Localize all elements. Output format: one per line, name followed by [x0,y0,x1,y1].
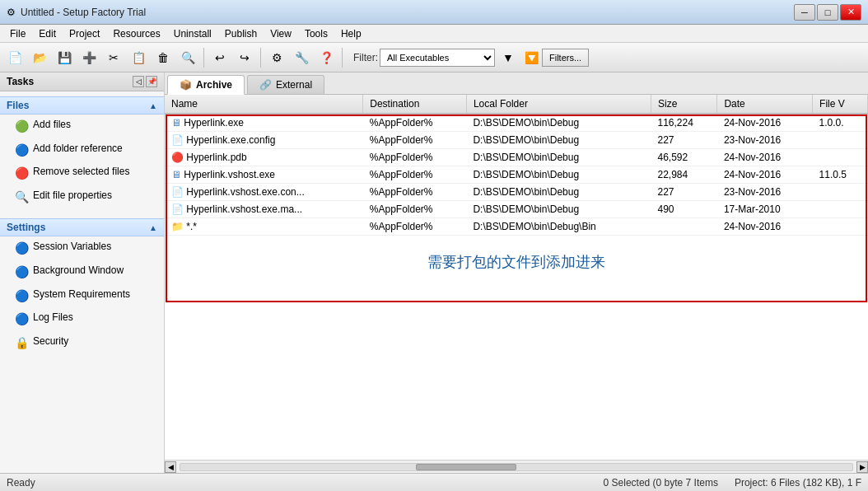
scroll-track[interactable] [180,463,853,471]
settings-section-label: Settings [7,222,45,233]
cut-button[interactable]: ✂ [102,46,125,69]
help-button[interactable]: ❓ [315,46,338,69]
col-size: Size [651,95,716,114]
filter-arrow-button[interactable]: ▼ [497,46,520,69]
close-button[interactable]: ✕ [840,4,861,21]
add-button[interactable]: ➕ [77,46,100,69]
sidebar-pin-btn[interactable]: 📌 [146,76,157,87]
sidebar-item-remove-files[interactable]: 🔴 Remove selected files [0,161,164,185]
session-vars-icon: 🔵 [15,241,29,257]
toolbar: 📄 📂 💾 ➕ ✂ 📋 🗑 🔍 ↩ ↪ ⚙ 🔧 ❓ Filter: All Ex… [0,43,868,72]
table-row[interactable]: 📄 Hyperlink.vshost.exe.con... %AppFolder… [165,184,868,201]
separator-1 [203,48,204,68]
menu-item-tools[interactable]: Tools [298,26,334,41]
cell-version: 1.0.0. [813,114,868,132]
menu-item-view[interactable]: View [264,26,298,41]
new-button[interactable]: 📄 [3,46,26,69]
scroll-right-button[interactable]: ▶ [856,461,868,473]
cell-destination: %AppFolder% [363,132,467,149]
filter-select[interactable]: All ExecutablesAll FilesCustom Filter [380,49,495,67]
tab-external[interactable]: 🔗 External [247,75,324,94]
table-row[interactable]: 📄 Hyperlink.exe.config %AppFolder% D:\BS… [165,132,868,149]
remove-files-label: Remove selected files [33,165,129,179]
add-files-label: Add files [33,118,71,132]
sidebar-item-add-folder[interactable]: 🔵 Add folder reference [0,138,164,162]
menu-item-file[interactable]: File [3,26,32,41]
cell-date: 23-Nov-2016 [717,132,813,149]
exe-icon: 🖥 [171,169,181,180]
sidebar-item-system-req[interactable]: 🔵 System Requirements [0,284,164,308]
delete-button[interactable]: 🗑 [152,46,175,69]
app-icon: ⚙ [7,7,16,18]
table-row[interactable]: 📁 *.* %AppFolder% D:\BS\DEMO\bin\Debug\B… [165,218,868,236]
sidebar-controls: ◁ 📌 [133,76,157,87]
log-files-label: Log Files [33,311,73,325]
cell-name: 📄 Hyperlink.vshost.exe.con... [165,184,363,201]
background-icon: 🔵 [15,264,29,281]
table-row[interactable]: 📄 Hyperlink.vshost.exe.ma... %AppFolder%… [165,201,868,218]
table-row[interactable]: 🔴 Hyperlink.pdb %AppFolder% D:\BS\DEMO\b… [165,149,868,166]
files-section-header[interactable]: Files ▲ [0,96,164,115]
sidebar-item-add-files[interactable]: 🟢 Add files [0,115,164,138]
cell-date: 17-Mar-2010 [717,201,813,218]
folder-icon: 📁 [171,221,184,232]
menu-item-uninstall[interactable]: Uninstall [167,26,218,41]
minimize-button[interactable]: ─ [794,4,815,21]
menu-item-help[interactable]: Help [334,26,368,41]
cell-size: 227 [651,132,716,149]
window-title: Untitled - Setup Factory Trial [21,7,146,18]
filter-icon: 🔽 [525,51,539,64]
menu-item-publish[interactable]: Publish [218,26,264,41]
security-label: Security [33,334,68,348]
cell-local-folder: D:\BS\DEMO\bin\Debug\Bin [466,218,651,236]
menu-bar: FileEditProjectResourcesUninstallPublish… [0,25,868,43]
table-row[interactable]: 🖥 Hyperlink.exe %AppFolder% D:\BS\DEMO\b… [165,114,868,132]
settings-section-header[interactable]: Settings ▲ [0,218,164,236]
settings-button[interactable]: ⚙ [265,46,288,69]
filters-button[interactable]: Filters... [542,49,589,67]
title-bar-left: ⚙ Untitled - Setup Factory Trial [7,7,146,18]
tabs-bar: 📦 Archive 🔗 External [165,72,868,95]
status-selected: 0 Selected (0 byte 7 Items [604,477,718,489]
remove-files-icon: 🔴 [15,166,29,182]
redo-button[interactable]: ↪ [233,46,256,69]
cell-version [813,218,868,236]
status-ready: Ready [7,477,35,489]
sidebar-item-edit-properties[interactable]: 🔍 Edit file properties [0,185,164,209]
sidebar-item-security[interactable]: 🔒 Security [0,331,164,355]
build-button[interactable]: 🔧 [290,46,313,69]
scroll-thumb[interactable] [416,464,516,470]
table-row[interactable]: 🖥 Hyperlink.vshost.exe %AppFolder% D:\BS… [165,166,868,184]
scroll-left-button[interactable]: ◀ [165,461,176,473]
log-files-icon: 🔵 [15,311,29,328]
cell-name: 📄 Hyperlink.exe.config [165,132,363,149]
cell-version [813,132,868,149]
zoom-in-button[interactable]: 🔍 [176,46,199,69]
cell-size: 227 [651,184,716,201]
config-icon: 📄 [171,186,184,198]
cell-destination: %AppFolder% [363,184,467,201]
external-tab-label: External [276,79,312,91]
save-button[interactable]: 💾 [53,46,76,69]
sidebar-item-session-vars[interactable]: 🔵 Session Variables [0,236,164,260]
sidebar-item-log-files[interactable]: 🔵 Log Files [0,307,164,331]
sidebar-item-background[interactable]: 🔵 Background Window [0,260,164,284]
file-table: Name Destination Local Folder Size Date … [165,95,868,236]
menu-item-project[interactable]: Project [63,26,106,41]
undo-button[interactable]: ↩ [208,46,231,69]
maximize-button[interactable]: □ [817,4,838,21]
tab-archive[interactable]: 📦 Archive [167,75,245,95]
menu-item-resources[interactable]: Resources [106,26,166,41]
horizontal-scrollbar[interactable]: ◀ ▶ [165,460,868,473]
cell-version: 11.0.5 [813,166,868,184]
status-project: Project: 6 Files (182 KB), 1 F [735,477,861,489]
sidebar-title: Tasks [7,76,34,87]
config-icon: 📄 [171,134,184,146]
menu-item-edit[interactable]: Edit [32,26,63,41]
col-name: Name [165,95,363,114]
exe-icon: 🖥 [171,117,181,129]
open-button[interactable]: 📂 [28,46,51,69]
sidebar-resize-btn[interactable]: ◁ [133,76,144,87]
cell-name: 🖥 Hyperlink.exe [165,114,363,132]
copy-button[interactable]: 📋 [127,46,150,69]
